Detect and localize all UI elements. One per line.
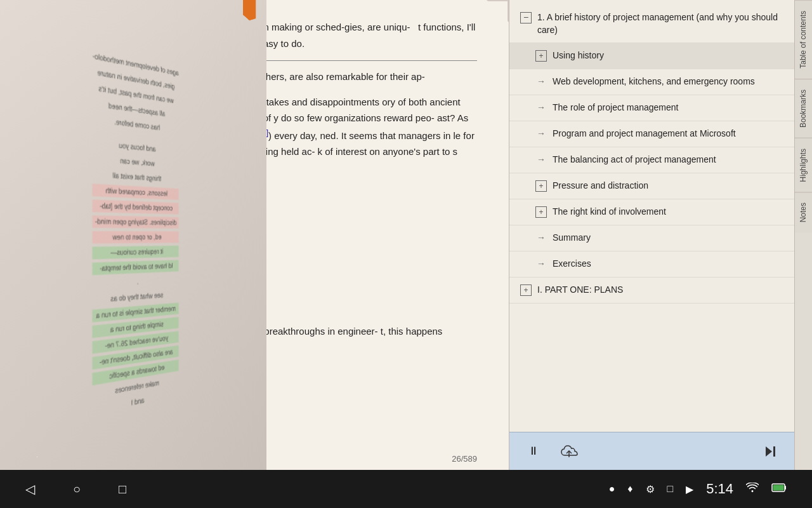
- android-nav-bar: ◁ ○ □ ● ♦ ⚙ □ ▶ 5:14: [0, 470, 812, 508]
- toc-item-summary[interactable]: → Summary: [509, 225, 794, 251]
- toc-item-label-exercises: Exercises: [553, 258, 591, 271]
- page-corner: [487, 0, 509, 22]
- toc-item-part-one[interactable]: + I. PART ONE: PLANS: [509, 277, 794, 304]
- toc-item-exercises[interactable]: → Exercises: [509, 251, 794, 277]
- toc-item-root[interactable]: − 1. A brief history of project manageme…: [509, 5, 794, 43]
- toc-item-right-kind[interactable]: + The right kind of involvement: [509, 199, 794, 225]
- arrow-icon-exercises: →: [535, 258, 547, 271]
- plus-icon-right-kind: +: [535, 206, 547, 218]
- media-icon: ●: [609, 483, 615, 495]
- play-icon: ▶: [686, 483, 693, 495]
- toc-icon-box-minus: −: [520, 12, 532, 23]
- toc-item-balancing[interactable]: → The balancing act of project managemen…: [509, 147, 794, 173]
- plus-icon-part-one: +: [520, 284, 532, 297]
- page-flip: ages of development methodolo- gies, bot…: [0, 0, 266, 470]
- minus-icon: −: [520, 11, 532, 24]
- toc-item-label-web-dev: Web development, kitchens, and emergency…: [553, 76, 755, 88]
- forward-button[interactable]: [759, 440, 782, 463]
- toc-item-using-history[interactable]: + Using history: [509, 43, 794, 69]
- lock-icon: □: [667, 483, 674, 495]
- svg-rect-5: [785, 486, 786, 490]
- toc-list: − 1. A brief history of project manageme…: [509, 0, 794, 432]
- arrow-icon-summary: →: [535, 232, 547, 244]
- arrow-icon-balancing: →: [535, 154, 547, 166]
- side-tabs: Table of contents Bookmarks Highlights N…: [794, 0, 812, 470]
- forward-icon: [763, 444, 778, 459]
- toc-icon-box-plus-pressure: +: [535, 180, 547, 192]
- page-number: 26/589: [452, 454, 477, 464]
- toc-item-program[interactable]: → Program and project management at Micr…: [509, 121, 794, 147]
- toc-item-pressure[interactable]: + Pressure and distraction: [509, 173, 794, 199]
- toc-bottom-toolbar: ⏸: [509, 432, 794, 470]
- plus-icon-using-history: +: [535, 50, 547, 62]
- book-area: ages of development methodolo- gies, bot…: [0, 0, 509, 470]
- toc-item-label-role: The role of project management: [553, 102, 678, 114]
- arrow-icon-web-dev: →: [535, 76, 547, 88]
- back-button[interactable]: ◁: [25, 481, 35, 497]
- toc-icon-box-plus-part-one: +: [520, 284, 532, 296]
- tab-highlights[interactable]: Highlights: [795, 138, 812, 192]
- system-time: 5:14: [706, 481, 733, 497]
- usb-icon: ♦: [627, 483, 632, 495]
- plus-icon-pressure: +: [535, 180, 547, 192]
- toc-item-label-pressure: Pressure and distraction: [553, 180, 648, 192]
- settings-icon: ⚙: [646, 483, 655, 495]
- toc-item-label-program: Program and project management at Micros…: [553, 128, 736, 140]
- toc-icon-box-plus-right-kind: +: [535, 206, 547, 218]
- bookmark-decoration: [243, 0, 256, 22]
- toc-item-label-summary: Summary: [553, 232, 591, 244]
- toc-item-label-balancing: The balancing act of project management: [553, 154, 716, 166]
- tab-table-of-contents[interactable]: Table of contents: [795, 0, 812, 79]
- android-nav-right: ● ♦ ⚙ □ ▶ 5:14: [609, 481, 787, 497]
- toc-item-label-part-one: I. PART ONE: PLANS: [537, 284, 623, 297]
- android-nav-left: ◁ ○ □: [25, 481, 126, 497]
- tab-notes[interactable]: Notes: [795, 192, 812, 232]
- home-button[interactable]: ○: [73, 481, 81, 497]
- toc-item-label-right-kind: The right kind of involvement: [553, 206, 666, 218]
- pause-button[interactable]: ⏸: [522, 440, 545, 463]
- cloud-button[interactable]: [558, 440, 580, 463]
- recents-button[interactable]: □: [119, 481, 126, 497]
- wifi-icon: [746, 483, 759, 495]
- arrow-icon-program: →: [535, 128, 547, 140]
- tab-bookmarks[interactable]: Bookmarks: [795, 79, 812, 138]
- svg-rect-4: [773, 485, 784, 491]
- svg-rect-2: [773, 446, 775, 457]
- toc-item-label-root: 1. A brief history of project management…: [537, 11, 784, 36]
- toc-item-role[interactable]: → The role of project management: [509, 95, 794, 121]
- toc-item-label-using-history: Using history: [553, 50, 604, 62]
- toc-item-web-dev[interactable]: → Web development, kitchens, and emergen…: [509, 69, 794, 95]
- cloud-icon: [560, 444, 578, 458]
- toc-panel: − 1. A brief history of project manageme…: [509, 0, 794, 470]
- arrow-icon-role: →: [535, 102, 547, 114]
- svg-marker-1: [766, 446, 772, 457]
- toc-icon-box-plus: +: [535, 50, 547, 62]
- battery-icon: [771, 483, 787, 495]
- page-flip-text: ages of development methodolo- gies, bot…: [65, 36, 201, 441]
